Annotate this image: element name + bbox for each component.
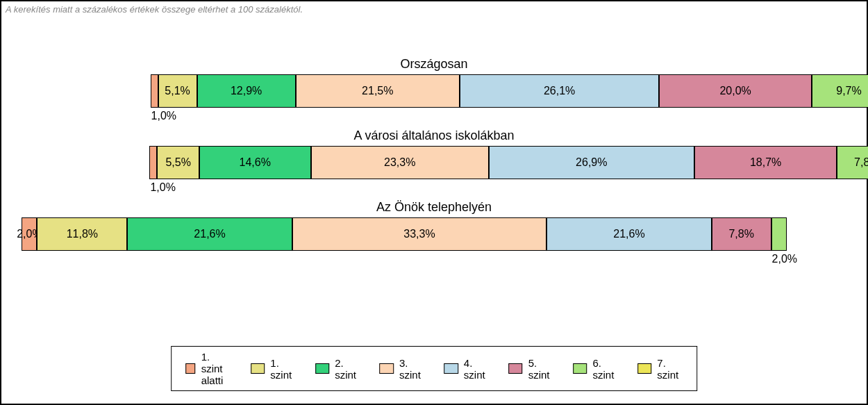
bar-segment: 7,8% [837,146,868,179]
bar-segment: 7,8% [712,217,771,251]
bar-segment: 26,9% [489,146,694,179]
bar-segment: 21,5% [296,74,460,108]
legend-label: 6. szint [593,357,618,381]
bar-segment: 21,6% [127,217,292,251]
bar-segment: 9,7% [812,74,868,108]
legend-item: 4. szint [444,357,489,381]
legend-label: 3. szint [399,357,424,381]
legend-label: 4. szint [464,357,489,381]
bar-segment: 1,0% [151,74,158,108]
bar-row-1: A városi általános iskolákban 1,0%5,5%14… [1,129,867,181]
bar-segment: 5,1% [158,74,197,108]
bar-row-title: Országosan [1,57,867,72]
bar-segment: 2,0% [771,217,787,251]
legend: 1. szint alatti1. szint2. szint3. szint4… [171,346,697,391]
legend-item: 1. szint [251,357,296,381]
legend-item: 7. szint [637,357,683,381]
bar-segment: 12,9% [197,74,296,108]
chart-area: Országosan 1,0%5,1%12,9%21,5%26,1%20,0%9… [1,57,867,272]
legend-swatch [637,363,651,374]
segment-label: 2,0% [772,253,797,265]
bar-segment: 5,5% [157,146,199,179]
bar-row-title: A városi általános iskolákban [1,129,867,143]
bar-track: 2,0%11,8%21,6%33,3%21,6%7,8%2,0% [22,217,702,252]
legend-label: 1. szint alatti [201,351,231,386]
legend-item: 6. szint [573,357,618,381]
segment-label: 1,0% [151,110,176,122]
legend-item: 5. szint [508,357,553,381]
legend-swatch [315,363,329,374]
legend-swatch [573,363,587,374]
bar-segment: 1,0% [149,146,157,179]
chart-frame: A kerekítés miatt a százalékos értékek ö… [0,0,868,405]
bar-track: 1,0%5,5%14,6%23,3%26,9%18,7%7,8%2,3% [149,146,737,181]
bar-segment: 20,0% [659,74,812,108]
bar-row-title: Az Önök telephelyén [1,200,867,215]
bar-segment: 18,7% [694,146,837,179]
rounding-note: A kerekítés miatt a százalékos értékek ö… [6,4,303,15]
bar-row-2: Az Önök telephelyén 2,0%11,8%21,6%33,3%2… [1,200,867,252]
segment-label: 1,0% [150,181,175,194]
legend-swatch [444,363,458,374]
bar-track: 1,0%5,1%12,9%21,5%26,1%20,0%9,7%3,6% [151,74,739,109]
bar-segment: 2,0% [22,217,37,251]
legend-label: 5. szint [528,357,553,381]
legend-item: 1. szint alatti [185,351,231,386]
legend-label: 7. szint [657,357,682,381]
bar-row-0: Országosan 1,0%5,1%12,9%21,5%26,1%20,0%9… [1,57,867,109]
legend-swatch [508,363,522,374]
bar-segment: 11,8% [37,217,127,251]
legend-label: 2. szint [335,357,360,381]
bar-segment: 26,1% [460,74,659,108]
legend-swatch [380,363,394,374]
legend-swatch [251,363,265,374]
legend-label: 1. szint [270,357,295,381]
bar-segment: 33,3% [292,217,546,251]
legend-item: 3. szint [380,357,425,381]
bar-segment: 23,3% [311,146,489,179]
legend-swatch [185,363,195,374]
legend-item: 2. szint [315,357,360,381]
bar-segment: 21,6% [546,217,712,251]
bar-segment: 14,6% [199,146,311,179]
